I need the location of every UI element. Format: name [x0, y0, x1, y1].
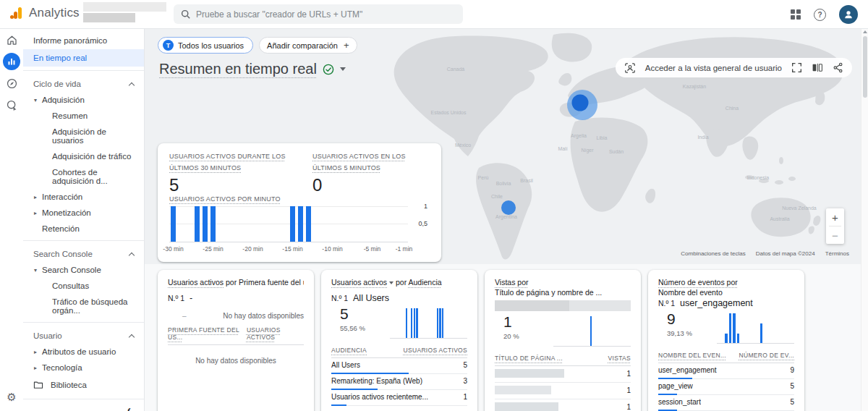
device-comparison-icon[interactable] — [812, 62, 823, 73]
redacted-row-label — [495, 402, 558, 411]
chart-slot — [360, 206, 368, 242]
sidebar-section-usuario[interactable]: Usuario — [23, 326, 144, 344]
card-title[interactable]: Vistas por Título de página y nombre de … — [495, 278, 631, 297]
plus-icon: + — [344, 40, 349, 51]
sidebar-item-resumen[interactable]: Resumen — [23, 108, 144, 124]
analytics-logo[interactable]: Analytics — [9, 6, 80, 20]
chart-slot — [320, 206, 328, 242]
search-bar[interactable] — [174, 4, 463, 24]
col-metric: NÚMERO DE EV... — [739, 352, 794, 359]
sidebar-section-ciclo-de-vida[interactable]: Ciclo de vida — [23, 75, 144, 92]
row-label: All Users — [331, 361, 360, 369]
chart-slot — [177, 206, 185, 242]
scrollbar-thumb[interactable] — [863, 36, 867, 98]
user-snapshot-icon[interactable] — [624, 62, 636, 74]
chevron-down-icon — [340, 67, 346, 71]
nav-home[interactable] — [0, 29, 23, 51]
sidebar-item-retencio-n[interactable]: Retención — [23, 221, 144, 237]
comparison-pill-all-users[interactable]: T Todos los usuarios — [158, 37, 253, 54]
chart-bar — [729, 313, 732, 343]
map-zoom-in-button[interactable]: + — [826, 208, 844, 226]
col-metric: USUARIOS ACTIVOS — [247, 326, 304, 341]
sidebar-item-adquisicio-n-de-tra-fico[interactable]: Adquisición de tráfico — [23, 148, 144, 164]
row-label: page_view — [658, 382, 693, 390]
col-metric: VISTAS — [608, 355, 631, 362]
main-content: CanadáEstados UnidosMéxicoPerúBoliviaBra… — [145, 29, 868, 411]
realtime-cards-row: Usuarios activos por Primera fuente del … — [158, 270, 804, 411]
nav-explore[interactable] — [0, 72, 23, 94]
apps-grid-icon[interactable] — [791, 9, 801, 20]
row-value: 3 — [463, 377, 467, 385]
redacted-account-name — [83, 2, 166, 12]
user-avatar[interactable] — [839, 5, 858, 24]
card-title[interactable]: Número de eventos por Nombre del evento — [658, 278, 794, 297]
sparkline — [717, 313, 794, 344]
map-label: Perú — [478, 175, 489, 180]
home-icon — [6, 34, 18, 46]
chart-slot — [265, 206, 273, 242]
map-keyboard-shortcuts-link[interactable]: Combinaciones de teclas — [681, 250, 745, 257]
nav-advertising[interactable] — [0, 94, 23, 116]
map-terms-link[interactable]: Términos — [825, 250, 849, 257]
sidebar-item-informe-panora-mico[interactable]: Informe panorámico — [23, 32, 144, 49]
row-label: Usuarios activos recienteme... — [331, 393, 428, 401]
help-icon[interactable]: ? — [814, 9, 826, 21]
table-row: page_view5 — [658, 379, 794, 395]
row-label: session_start — [658, 398, 701, 406]
collapse-sidebar-icon[interactable]: ‹ — [127, 403, 131, 411]
search-input[interactable] — [196, 9, 456, 20]
empty-message: No hay datos disponibles — [168, 357, 304, 365]
sidebar-item-search-console[interactable]: ▾Search Console — [23, 262, 144, 278]
card-users-by-audience: Usuarios activos por Audiencia N.º 1 All… — [321, 270, 477, 411]
scroll-up-arrow-icon[interactable] — [863, 30, 867, 33]
x-tick-label: -10 min — [322, 245, 342, 253]
sidebar-item-consultas[interactable]: Consultas — [23, 278, 144, 294]
no-data-text: No hay datos disponibles — [223, 312, 304, 320]
row-value: 1 — [626, 386, 631, 394]
add-comparison-button[interactable]: Añadir comparación + — [259, 37, 357, 54]
sidebar-item-cohortes-de-adquisicio-n-d[interactable]: Cohortes de adquisición d... — [23, 164, 144, 189]
analytics-bars-icon — [9, 6, 23, 20]
empty-dash: – — [182, 312, 187, 320]
nav-reports[interactable] — [0, 51, 23, 72]
chart-slot — [336, 206, 344, 242]
card-title[interactable]: Usuarios activos por Primera fuente del … — [168, 278, 304, 288]
chart-bar — [171, 206, 176, 242]
chart-slot — [249, 206, 257, 242]
x-tick-label: -15 min — [282, 245, 302, 253]
sidebar-item-monetizacio-n[interactable]: ▸Monetización — [23, 205, 144, 221]
sidebar-item-adquisicio-n[interactable]: ▾Adquisición — [23, 92, 144, 108]
chart-slot — [169, 206, 177, 242]
sidebar-item-en-tiempo-real[interactable]: En tiempo real — [23, 49, 144, 67]
map-label: Nueva Zelanda — [782, 206, 817, 211]
card-title[interactable]: Usuarios activos por Audiencia — [331, 278, 467, 288]
row-value: 5 — [790, 382, 794, 390]
active-users-bubble-argentina — [501, 200, 516, 215]
sidebar-item-atributos-de-usuario[interactable]: ▸Atributos de usuario — [23, 344, 144, 360]
fullscreen-icon[interactable] — [791, 62, 802, 73]
table-row: user_engagement9 — [658, 363, 794, 379]
report-title-row[interactable]: Resumen en tiempo real — [159, 61, 346, 77]
sidebar-item-tra-fico-de-bu-squeda-orga-n[interactable]: Tráfico de búsqueda orgán... — [23, 294, 144, 318]
per-minute-label: USUARIOS ACTIVOS POR MINUTO — [169, 195, 312, 203]
sidebar-item-adquisicio-n-de-usuarios[interactable]: Adquisición de usuarios — [23, 124, 144, 148]
metric-name: Vistas por — [495, 278, 529, 287]
title-join: por — [393, 278, 408, 287]
metric-name: Usuarios activos — [168, 278, 224, 287]
map-label: Malí — [558, 146, 567, 151]
col-dimension: AUDIENCIA — [331, 347, 367, 354]
chart-bar — [737, 334, 740, 344]
sidebar-section-search-console[interactable]: Search Console — [23, 245, 144, 262]
sidebar-item-biblioteca[interactable]: Biblioteca — [23, 376, 144, 394]
share-icon[interactable] — [833, 62, 843, 73]
sidebar-item-tecnologi-a[interactable]: ▸Tecnología — [23, 360, 144, 376]
section-label: Search Console — [33, 250, 93, 258]
map-zoom-out-button[interactable]: − — [826, 226, 844, 244]
vertical-scrollbar[interactable] — [861, 29, 868, 411]
user-snapshot-link[interactable]: Acceder a la vista general de usuario — [645, 64, 782, 72]
active-users-bubble-spain-core — [572, 95, 589, 111]
chart-slot — [352, 206, 360, 242]
settings-gear-icon[interactable]: ⚙ — [0, 391, 23, 404]
card-users-by-first-source: Usuarios activos por Primera fuente del … — [158, 270, 314, 411]
sidebar-item-interaccio-n[interactable]: ▸Interacción — [23, 189, 144, 205]
